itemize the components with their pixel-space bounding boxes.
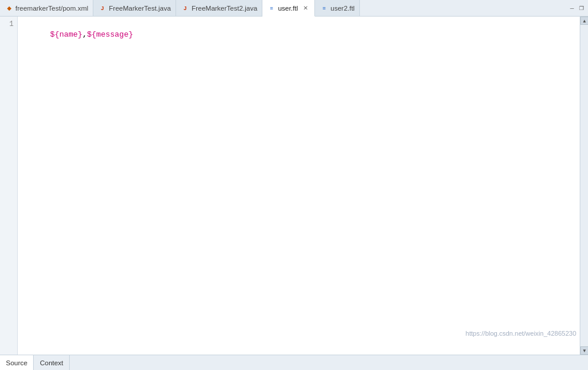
- editor-area: 1 ${name},${message} ▲ ▼ https://blog.cs…: [0, 17, 588, 355]
- bottom-tab-context[interactable]: Context: [34, 355, 70, 370]
- ftl-icon-2: ≡: [320, 4, 328, 12]
- tab-user2-ftl-label: user2.ftl: [330, 5, 355, 12]
- restore-button[interactable]: ❐: [577, 4, 586, 12]
- bottom-tab-source-label: Source: [6, 359, 27, 366]
- bottom-tab-source[interactable]: Source: [0, 355, 34, 370]
- tab-freemarkertest2-java[interactable]: J FreeMarkerTest2.java: [176, 0, 262, 16]
- window-controls: ─ ❐: [568, 0, 588, 16]
- xml-icon: ◆: [5, 4, 13, 12]
- tab-pom-xml-label: freemarkerTest/pom.xml: [15, 5, 88, 12]
- tab-user-ftl[interactable]: ≡ user.ftl ✕: [262, 0, 315, 17]
- code-variable-message: ${message}: [87, 30, 133, 39]
- line-numbers: 1: [0, 17, 18, 355]
- line-number-1: 1: [0, 19, 14, 30]
- tab-freemarkertest-java-label: FreeMarkerTest.java: [109, 5, 171, 12]
- java-icon-1: J: [98, 4, 106, 12]
- scrollbar-track[interactable]: [580, 25, 588, 346]
- code-content[interactable]: ${name},${message}: [18, 17, 580, 355]
- tab-pom-xml[interactable]: ◆ freemarkerTest/pom.xml: [0, 0, 93, 16]
- scrollbar-right[interactable]: ▲ ▼: [580, 17, 588, 355]
- tab-bar: ◆ freemarkerTest/pom.xml J FreeMarkerTes…: [0, 0, 588, 17]
- bottom-bar: Source Context: [0, 355, 588, 370]
- code-line-1: ${name},${message}: [22, 19, 580, 30]
- tab-user-ftl-close[interactable]: ✕: [301, 4, 310, 12]
- ftl-icon-1: ≡: [267, 4, 275, 12]
- tab-freemarkertest-java[interactable]: J FreeMarkerTest.java: [93, 0, 176, 16]
- tab-user2-ftl[interactable]: ≡ user2.ftl: [315, 0, 360, 16]
- tab-freemarkertest2-java-label: FreeMarkerTest2.java: [191, 5, 257, 12]
- code-variable-name: ${name}: [50, 30, 83, 39]
- scroll-up-button[interactable]: ▲: [580, 17, 588, 25]
- bottom-tab-context-label: Context: [40, 359, 63, 366]
- tab-user-ftl-label: user.ftl: [278, 5, 298, 12]
- minimize-button[interactable]: ─: [568, 4, 576, 12]
- java-icon-2: J: [181, 4, 189, 12]
- scroll-down-button[interactable]: ▼: [580, 346, 588, 355]
